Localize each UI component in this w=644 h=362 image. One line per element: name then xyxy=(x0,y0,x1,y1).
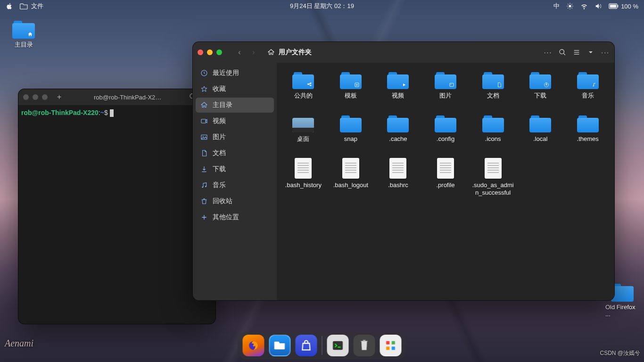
nav-forward-button[interactable]: › xyxy=(248,46,260,58)
text-file-icon xyxy=(437,158,454,179)
svg-rect-17 xyxy=(574,54,579,54)
folder-item[interactable]: 模板 xyxy=(328,69,374,107)
item-label: .bash_history xyxy=(285,181,322,189)
dock-app-software[interactable] xyxy=(296,335,317,356)
item-label: .local xyxy=(533,135,547,143)
terminal-cursor xyxy=(110,109,114,117)
file-item[interactable]: .bashrc xyxy=(375,156,421,199)
folder-item[interactable]: 视频 xyxy=(375,69,421,107)
sidebar-item-starred[interactable]: 收藏 xyxy=(196,82,274,97)
sidebar-item-music[interactable]: 音乐 xyxy=(196,178,274,193)
file-item[interactable]: .bash_history xyxy=(281,156,326,199)
folder-icon xyxy=(387,115,409,132)
terminal-window-controls[interactable] xyxy=(23,94,48,100)
svg-rect-35 xyxy=(392,346,395,350)
terminal-titlebar[interactable]: + rob@rob-ThinkPad-X2… xyxy=(18,89,215,105)
svg-point-0 xyxy=(569,5,571,7)
folder-icon xyxy=(482,115,504,132)
folder-item[interactable]: 公共的 xyxy=(281,69,326,107)
svg-point-25 xyxy=(356,84,357,86)
item-label: .themes xyxy=(577,135,599,143)
sidebar-item-label: 其他位置 xyxy=(213,213,239,222)
brightness-icon[interactable] xyxy=(566,2,574,10)
terminal-content[interactable]: rob@rob-ThinkPad-X220:~$ xyxy=(18,105,215,121)
sidebar-item-pictures[interactable]: 图片 xyxy=(196,130,274,145)
sidebar-item-trash[interactable]: 回收站 xyxy=(196,194,274,209)
volume-icon[interactable] xyxy=(594,2,602,10)
sidebar-item-label: 收藏 xyxy=(213,85,226,93)
wallpaper-signature: Aenami xyxy=(5,338,33,349)
folder-item[interactable]: .local xyxy=(518,113,563,150)
files-window-controls[interactable] xyxy=(198,49,222,55)
files-content-area[interactable]: 公共的模板视频图片文档下载音乐桌面snap.cache.config.icons… xyxy=(277,63,614,300)
file-item[interactable]: .bash_logout xyxy=(328,156,374,199)
sidebar-item-recent[interactable]: 最近使用 xyxy=(196,66,274,81)
folder-icon xyxy=(435,115,456,132)
file-item[interactable]: .sudo_as_admin_successful xyxy=(470,156,516,199)
text-file-icon xyxy=(485,158,502,179)
svg-rect-10 xyxy=(618,5,619,7)
folder-item[interactable]: 下载 xyxy=(518,69,563,107)
desktop-icon-home-label: 主目录 xyxy=(15,41,33,49)
sidebar-item-label: 图片 xyxy=(213,133,226,141)
path-bar[interactable]: 用户文件夹 xyxy=(267,48,540,57)
files-titlebar[interactable]: ‹ › 用户文件夹 ··· ··· xyxy=(193,42,614,63)
item-label: 模板 xyxy=(345,92,357,99)
battery-indicator[interactable]: 100 % xyxy=(609,3,638,10)
terminal-tab-title[interactable]: rob@rob-ThinkPad-X2… xyxy=(66,94,189,101)
clock[interactable]: 9月24日 星期六 02：19 xyxy=(290,2,354,10)
svg-point-22 xyxy=(202,187,203,188)
apple-menu-icon[interactable] xyxy=(6,2,13,10)
search-icon[interactable] xyxy=(559,49,566,56)
terminal-new-tab-button[interactable]: + xyxy=(57,93,61,101)
desktop-item[interactable]: 桌面 xyxy=(281,113,326,150)
folder-item[interactable]: .themes xyxy=(565,113,611,150)
item-label: .sudo_as_admin_successful xyxy=(472,181,514,197)
folder-item[interactable]: 图片 xyxy=(423,69,469,107)
sidebar-item-home[interactable]: 主目录 xyxy=(196,98,274,113)
dock-app-trash[interactable] xyxy=(354,335,375,356)
svg-rect-19 xyxy=(201,119,206,123)
text-file-icon xyxy=(389,158,406,179)
list-view-icon[interactable] xyxy=(573,49,580,56)
folder-icon xyxy=(387,71,409,89)
folder-item[interactable]: .cache xyxy=(375,113,421,150)
desktop-icon-firefox-label: Old Firefox ... xyxy=(605,304,639,318)
desktop-folder-icon xyxy=(292,115,314,132)
dock-app-firefox[interactable] xyxy=(243,335,264,356)
dock-app-files[interactable] xyxy=(269,335,291,356)
dock-app-launcher[interactable] xyxy=(380,335,402,356)
sidebar-item-documents[interactable]: 文档 xyxy=(196,146,274,161)
svg-line-6 xyxy=(571,8,572,8)
dock-app-terminal[interactable] xyxy=(327,335,349,356)
folder-item[interactable]: 文档 xyxy=(470,69,516,107)
view-options-dropdown-icon[interactable] xyxy=(587,49,594,56)
item-label: 公共的 xyxy=(294,92,313,99)
folder-item[interactable]: 音乐 xyxy=(565,69,611,107)
sidebar-item-videos[interactable]: 视频 xyxy=(196,114,274,129)
item-label: .icons xyxy=(485,135,501,143)
wifi-icon[interactable] xyxy=(580,2,588,10)
svg-line-5 xyxy=(568,4,568,4)
svg-rect-34 xyxy=(386,346,389,350)
path-more-icon[interactable]: ··· xyxy=(544,49,553,56)
folder-item[interactable]: snap xyxy=(328,113,374,150)
hamburger-menu-icon[interactable]: ··· xyxy=(601,49,610,56)
sidebar-item-other[interactable]: 其他位置 xyxy=(196,210,274,225)
file-item[interactable]: .profile xyxy=(423,156,469,199)
input-method-indicator[interactable]: 中 xyxy=(553,2,560,10)
folder-item[interactable]: .icons xyxy=(470,113,516,150)
desktop-icon-home[interactable]: 主目录 xyxy=(7,20,41,49)
sidebar-item-downloads[interactable]: 下载 xyxy=(196,162,274,177)
item-label: 视频 xyxy=(392,92,404,99)
app-menu-files[interactable]: 文件 xyxy=(20,2,43,10)
item-label: .profile xyxy=(436,181,454,189)
nav-back-button[interactable]: ‹ xyxy=(233,46,246,58)
sidebar-item-label: 主目录 xyxy=(213,101,232,109)
svg-rect-16 xyxy=(574,52,579,52)
svg-rect-33 xyxy=(392,341,395,345)
folder-item[interactable]: .config xyxy=(423,113,469,150)
item-label: 文档 xyxy=(487,92,499,99)
item-label: 音乐 xyxy=(582,92,594,99)
svg-line-8 xyxy=(571,4,572,4)
